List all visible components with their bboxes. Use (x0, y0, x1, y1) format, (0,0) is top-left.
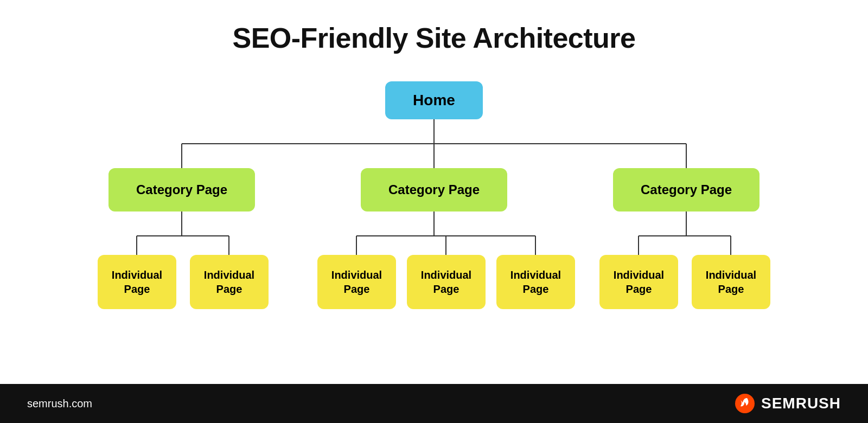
site-architecture-diagram: Home Category Page Category Page Categor… (81, 81, 787, 309)
home-node: Home (385, 81, 483, 119)
semrush-brand-text: SEMRUSH (761, 395, 841, 412)
category-node-3: Category Page (613, 168, 760, 211)
individual-node-3-1: Individual Page (599, 255, 678, 309)
semrush-logo: SEMRUSH (735, 394, 841, 413)
category-node-1: Category Page (108, 168, 255, 211)
individual-node-1-1: Individual Page (98, 255, 176, 309)
category-node-2: Category Page (361, 168, 507, 211)
individual-node-3-2: Individual Page (692, 255, 770, 309)
individual-node-2-2: Individual Page (407, 255, 486, 309)
page-title: SEO-Friendly Site Architecture (232, 22, 635, 54)
individual-node-2-3: Individual Page (496, 255, 575, 309)
footer-url: semrush.com (27, 398, 92, 410)
individual-node-2-1: Individual Page (317, 255, 396, 309)
svg-point-18 (735, 394, 755, 413)
footer: semrush.com SEMRUSH (0, 384, 868, 423)
semrush-flame-icon (735, 394, 755, 413)
individual-node-1-2: Individual Page (190, 255, 269, 309)
main-content: SEO-Friendly Site Architecture (0, 0, 868, 384)
